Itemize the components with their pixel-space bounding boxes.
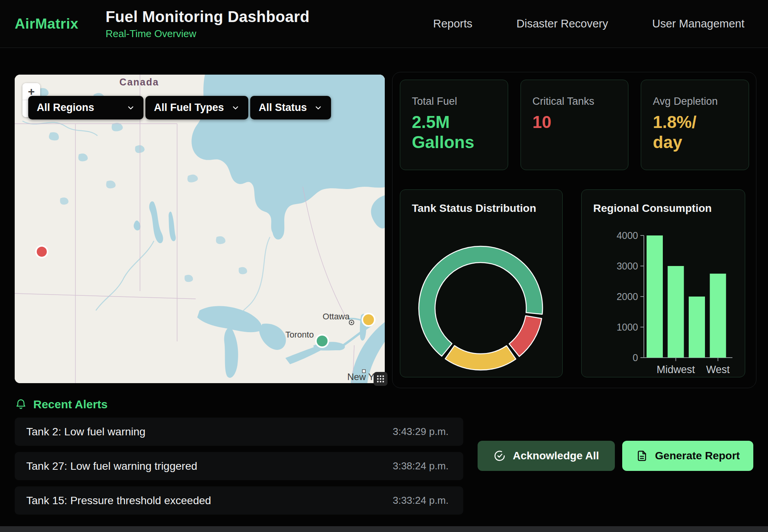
- alert-timestamp: 3:38:24 p.m.: [393, 460, 449, 472]
- map-panel: Canada Ottawa Toronto New York + − All R…: [15, 75, 385, 383]
- filter-dropdown-all-status[interactable]: All Status: [250, 96, 331, 119]
- bar-region-0: [647, 235, 663, 358]
- action-buttons: Acknowledge AllGenerate Report: [478, 441, 753, 471]
- nav-item-disaster-recovery[interactable]: Disaster Recovery: [517, 17, 608, 30]
- alert-timestamp: 3:33:24 p.m.: [393, 494, 449, 506]
- alert-message: Tank 15: Pressure threshold exceeded: [26, 494, 211, 507]
- tank-status-title: Tank Status Distribution: [412, 202, 536, 215]
- y-tick-label: 0: [633, 352, 638, 363]
- charts-row: Tank Status Distribution Regional Consum…: [400, 189, 749, 377]
- filter-dropdown-all-fuel-types[interactable]: All Fuel Types: [145, 96, 248, 119]
- map-label-toronto: Toronto: [285, 330, 314, 339]
- generate-report-button[interactable]: Generate Report: [622, 441, 753, 471]
- stats-row: Total Fuel2.5M GallonsCritical Tanks10Av…: [400, 80, 749, 170]
- donut-segment-warning: [445, 346, 516, 370]
- filter-label: All Fuel Types: [154, 102, 224, 114]
- filter-label: All Status: [259, 102, 307, 114]
- button-label: Generate Report: [655, 450, 740, 462]
- map-label-country: Canada: [119, 77, 159, 87]
- stat-card-critical-tanks: Critical Tanks10: [521, 80, 629, 170]
- document-icon: [636, 450, 648, 462]
- alerts-section: Recent Alerts Tank 2: Low fuel warning3:…: [15, 397, 753, 521]
- marker-normal[interactable]: [316, 335, 328, 347]
- x-tick-label: Midwest: [657, 364, 695, 375]
- stat-value: 10: [532, 112, 598, 132]
- tank-status-donut-chart: [400, 190, 563, 378]
- stat-label: Total Fuel: [412, 95, 508, 107]
- stat-value: 1.8%/day: [653, 112, 719, 152]
- regional-consumption-bar-chart: 01000200030004000MidwestWest: [582, 190, 746, 378]
- bar-region-3: [710, 274, 726, 358]
- stat-card-total-fuel: Total Fuel2.5M Gallons: [400, 80, 508, 170]
- filter-label: All Regions: [37, 102, 94, 114]
- map-viewport[interactable]: Canada Ottawa Toronto New York: [15, 75, 385, 383]
- stat-label: Critical Tanks: [532, 95, 628, 107]
- donut-segment-critical: [509, 316, 542, 356]
- alerts-list: Tank 2: Low fuel warning3:43:29 p.m.Tank…: [15, 418, 463, 515]
- bar-region-1: [668, 266, 684, 358]
- alert-row: Tank 2: Low fuel warning3:43:29 p.m.: [15, 418, 463, 446]
- y-tick-label: 3000: [616, 261, 638, 271]
- drag-handle-icon[interactable]: [374, 372, 387, 386]
- nav-item-user-management[interactable]: User Management: [652, 17, 744, 30]
- marker-warning[interactable]: [362, 314, 375, 326]
- chevron-down-icon: [126, 104, 135, 112]
- app-logo[interactable]: AirMatrix: [15, 16, 79, 32]
- fuel-monitoring-dashboard: AirMatrix Fuel Monitoring Dashboard Real…: [0, 0, 768, 532]
- alert-message: Tank 2: Low fuel warning: [26, 426, 145, 438]
- tank-status-card: Tank Status Distribution: [400, 189, 563, 377]
- map-canvas[interactable]: Canada Ottawa Toronto New York: [15, 75, 385, 383]
- map-label-ottawa: Ottawa: [323, 312, 350, 321]
- button-label: Acknowledge All: [513, 450, 599, 462]
- nav-item-reports[interactable]: Reports: [433, 17, 473, 30]
- title-block: Fuel Monitoring Dashboard Real-Time Over…: [106, 8, 309, 40]
- bottom-scrollbar[interactable]: [0, 526, 768, 532]
- bar-region-2: [689, 297, 705, 358]
- alert-message: Tank 27: Low fuel warning triggered: [26, 460, 197, 472]
- alerts-title: Recent Alerts: [33, 398, 108, 411]
- acknowledge-all-button[interactable]: Acknowledge All: [478, 441, 615, 471]
- y-tick-label: 1000: [616, 322, 638, 332]
- y-tick-label: 4000: [616, 230, 638, 241]
- map-filters: All RegionsAll Fuel TypesAll Status: [28, 96, 331, 119]
- y-tick-label: 2000: [616, 291, 638, 302]
- alert-row: Tank 15: Pressure threshold exceeded3:33…: [15, 486, 463, 515]
- metrics-panel: Total Fuel2.5M GallonsCritical Tanks10Av…: [392, 72, 756, 388]
- stat-label: Avg Depletion: [653, 95, 749, 107]
- alert-timestamp: 3:43:29 p.m.: [393, 426, 449, 438]
- app-header: AirMatrix Fuel Monitoring Dashboard Real…: [0, 0, 768, 48]
- chevron-down-icon: [231, 104, 240, 112]
- main-nav: ReportsDisaster RecoveryUser Management: [433, 17, 744, 30]
- bell-icon: [15, 398, 27, 411]
- check-circle-icon: [493, 450, 506, 462]
- alerts-header: Recent Alerts: [15, 397, 753, 412]
- page-subtitle: Real-Time Overview: [106, 28, 309, 40]
- page-title: Fuel Monitoring Dashboard: [106, 8, 309, 26]
- marker-critical[interactable]: [36, 246, 48, 257]
- regional-consumption-title: Regional Consumption: [593, 202, 712, 215]
- stat-value: 2.5M Gallons: [412, 112, 478, 152]
- filter-dropdown-all-regions[interactable]: All Regions: [28, 96, 143, 119]
- chevron-down-icon: [314, 104, 323, 112]
- x-tick-label: West: [706, 364, 730, 375]
- regional-consumption-card: Regional Consumption 01000200030004000Mi…: [581, 189, 745, 377]
- stat-card-avg-depletion: Avg Depletion1.8%/day: [641, 80, 749, 170]
- alert-row: Tank 27: Low fuel warning triggered3:38:…: [15, 452, 463, 480]
